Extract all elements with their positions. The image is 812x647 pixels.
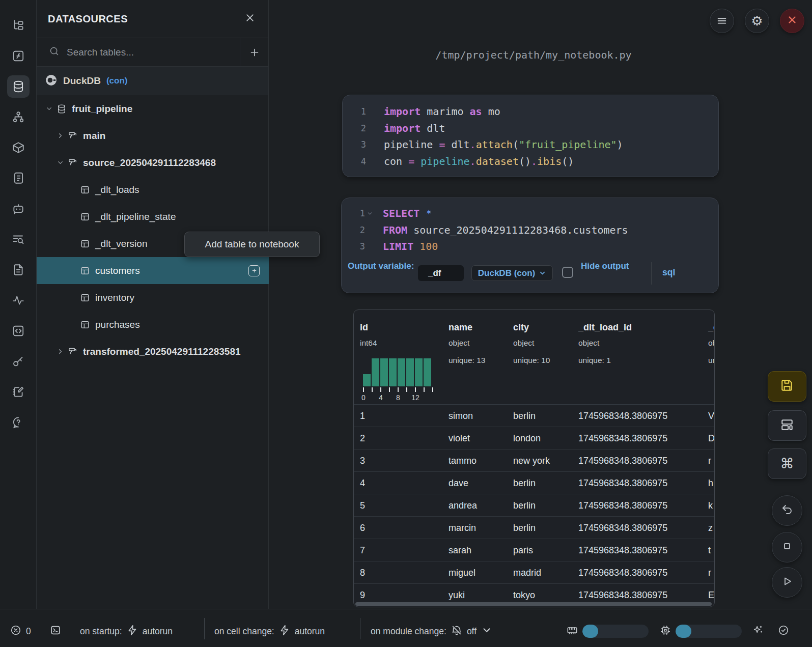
stop-button[interactable] (772, 532, 802, 562)
status-bar: 0 on startup: autorun on cell change: au… (0, 609, 812, 647)
column-header[interactable]: _dlt_id (708, 322, 715, 333)
error-counter[interactable]: 0 (10, 622, 31, 640)
tree-item-purchases[interactable]: purchases (37, 311, 269, 338)
ai-assist-button[interactable] (752, 622, 764, 640)
table-cell: simon (449, 410, 473, 421)
datasource-tree: fruit_pipelinemainsource_202504291112283… (37, 95, 269, 365)
sql-cell[interactable]: 1SELECT *2FROM source_202504291112283468… (341, 198, 719, 293)
list-search-icon[interactable] (7, 228, 30, 250)
add-table-to-notebook-button[interactable] (248, 265, 260, 276)
settings-button[interactable]: ⚙ (745, 9, 769, 33)
connection-name: DuckDB (63, 75, 101, 87)
connection-row[interactable]: DuckDB (con) (37, 67, 268, 95)
box-icon[interactable] (7, 136, 30, 159)
tree-item-_dlt_loads[interactable]: _dlt_loads (37, 176, 269, 203)
table-cell: D (708, 433, 715, 443)
workflow-icon[interactable] (7, 106, 30, 128)
tree-item-customers[interactable]: customers (37, 257, 269, 284)
command-icon: ⌘ (780, 456, 794, 472)
code-line[interactable]: 1SELECT * (342, 205, 718, 222)
table-row[interactable]: 6marcinberlin1745968348.3806975z (354, 517, 714, 539)
table-row[interactable]: 3tammonew york1745968348.3806975r (354, 449, 714, 472)
horizontal-scrollbar[interactable] (355, 602, 712, 606)
notebook-path: /tmp/project/path/my_notebook.py (269, 49, 798, 61)
layout-button[interactable] (768, 410, 806, 441)
circle-x-icon (10, 625, 21, 638)
table-cell: r (708, 567, 711, 578)
tree-item-main[interactable]: main (37, 122, 269, 149)
tree-item-_dlt_pipeline_state[interactable]: _dlt_pipeline_state (37, 203, 269, 230)
function-square-icon[interactable] (7, 45, 30, 67)
file-tree-icon[interactable] (7, 14, 30, 37)
tree-item-transformed_202504291112283581[interactable]: transformed_202504291112283581 (37, 338, 269, 365)
terminal-button[interactable] (50, 622, 61, 640)
code-line[interactable]: 1import marimo as mo (343, 103, 718, 120)
connection-status[interactable] (778, 622, 789, 640)
code-line[interactable]: 4con = pipeline.dataset().ibis() (343, 153, 718, 170)
divider (651, 262, 652, 285)
table-cell: 1 (360, 410, 365, 421)
scroll-text-icon[interactable] (7, 167, 30, 189)
tree-item-source_202504291112283468[interactable]: source_202504291112283468 (37, 149, 269, 176)
table-cell: 4 (360, 477, 365, 488)
table-row[interactable]: 4daveberlin1745968348.3806975h (354, 472, 714, 494)
table-row[interactable]: 5andreaberlin1745968348.3806975k (354, 494, 714, 517)
run-button[interactable] (772, 567, 802, 598)
column-header[interactable]: _dlt_load_id (578, 322, 632, 333)
table-cell: 1745968348.3806975 (578, 455, 667, 466)
chevron-down-icon (481, 625, 492, 638)
tree-item-fruit_pipeline[interactable]: fruit_pipeline (37, 95, 269, 122)
undo-button[interactable] (772, 495, 802, 526)
column-header[interactable]: id (360, 322, 368, 333)
on-module-change-config[interactable]: on module change: off (371, 622, 492, 640)
on-cell-change-config[interactable]: on cell change: autorun (214, 622, 325, 640)
column-dtype: object (513, 339, 534, 348)
column-header[interactable]: city (513, 322, 529, 333)
column-stat: unique: 1 (578, 356, 611, 365)
close-panel-icon[interactable] (245, 13, 255, 25)
id-histogram (363, 358, 431, 386)
bot-message-icon[interactable] (7, 198, 30, 220)
notebook-pen-icon[interactable] (7, 381, 30, 403)
zap-icon (279, 625, 290, 638)
table-icon (79, 293, 91, 303)
activity-icon[interactable] (7, 289, 30, 312)
shutdown-button[interactable] (780, 9, 804, 33)
tree-item-inventory[interactable]: inventory (37, 284, 269, 311)
search-input[interactable] (67, 47, 194, 58)
memory-progress-bar (582, 625, 649, 638)
table-row[interactable]: 8miguelmadrid1745968348.3806975r (354, 561, 714, 584)
code-cell-imports[interactable]: 1import marimo as mo2import dlt3pipeline… (342, 95, 719, 177)
schema-icon (67, 347, 78, 357)
database-icon[interactable] (7, 75, 30, 98)
help-circle-icon[interactable] (7, 411, 30, 434)
code-line[interactable]: 2FROM source_202504291112283468.customer… (342, 222, 718, 239)
code-line[interactable]: 3LIMIT 100 (342, 238, 718, 255)
save-button[interactable] (768, 371, 806, 402)
file-text-icon[interactable] (7, 259, 30, 281)
table-cell: 1745968348.3806975 (578, 545, 667, 555)
table-cell: 5 (360, 500, 365, 511)
key-icon[interactable] (7, 350, 30, 373)
output-variable-input[interactable]: _df (418, 265, 464, 281)
output-variable-label: Output variable: (348, 260, 414, 273)
code-line[interactable]: 3pipeline = dlt.attach("fruit_pipeline") (343, 136, 718, 153)
table-cell: E (708, 589, 714, 600)
add-datasource-button[interactable] (240, 38, 268, 66)
on-startup-config[interactable]: on startup: autorun (80, 622, 173, 640)
table-row[interactable]: 7sarahparis1745968348.3806975t (354, 539, 714, 561)
table-cell: 1745968348.3806975 (578, 433, 667, 443)
table-cell: z (708, 522, 713, 533)
table-row[interactable]: 2violetlondon1745968348.3806975D (354, 427, 714, 449)
search-icon (49, 46, 60, 59)
command-palette-button[interactable]: ⌘ (768, 448, 806, 479)
column-header[interactable]: name (449, 322, 472, 333)
code-line[interactable]: 2import dlt (343, 120, 718, 137)
menu-button[interactable] (710, 9, 734, 33)
engine-select[interactable]: DuckDB (con) (471, 265, 553, 281)
table-cell: 3 (360, 455, 365, 466)
code-square-icon[interactable] (7, 320, 30, 342)
hide-output-checkbox[interactable] (562, 267, 573, 278)
table-row[interactable]: 1simonberlin1745968348.3806975V (354, 405, 714, 427)
column-stat: unique: 10 (513, 356, 550, 365)
